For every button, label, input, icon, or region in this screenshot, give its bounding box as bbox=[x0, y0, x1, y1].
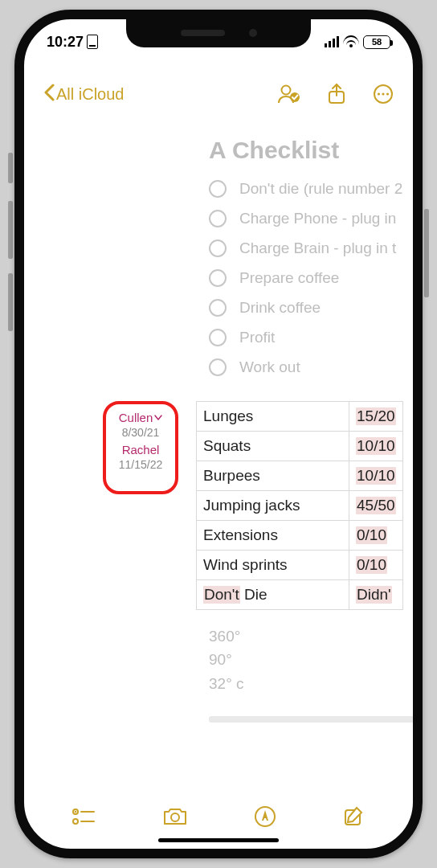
speaker bbox=[181, 30, 225, 36]
svg-point-6 bbox=[386, 92, 389, 95]
note-body[interactable]: A Checklist Don't die (rule number 2 Cha… bbox=[24, 116, 413, 792]
camera-dot bbox=[249, 29, 257, 37]
chevron-down-icon bbox=[154, 415, 162, 421]
svg-point-8 bbox=[75, 811, 76, 813]
table-row[interactable]: Lunges15/20 bbox=[197, 402, 403, 432]
checkbox-icon[interactable] bbox=[209, 240, 227, 257]
extra-lines: 360° 90° 32° c bbox=[209, 624, 410, 695]
table-row[interactable]: Wind sprints0/10 bbox=[197, 551, 403, 580]
table-row[interactable]: Don't DieDidn' bbox=[197, 580, 403, 610]
contributor-date: 8/30/21 bbox=[111, 426, 170, 440]
extra-line: 90° bbox=[209, 648, 410, 671]
table-row[interactable]: Burpees10/10 bbox=[197, 461, 403, 491]
checklist-item[interactable]: Charge Phone - plug in bbox=[209, 203, 410, 233]
exercise-name: Extensions bbox=[197, 521, 349, 551]
checklist-item[interactable]: Work out bbox=[209, 352, 410, 382]
back-label: All iCloud bbox=[56, 85, 124, 104]
clock: 10:27 bbox=[47, 34, 84, 51]
nav-bar: All iCloud bbox=[24, 76, 413, 113]
table-row[interactable]: Squats10/10 bbox=[197, 432, 403, 461]
checklist: Don't die (rule number 2 Charge Phone - … bbox=[24, 174, 410, 382]
camera-button[interactable] bbox=[162, 806, 188, 830]
checkbox-icon[interactable] bbox=[209, 358, 227, 376]
exercise-value: Didn' bbox=[356, 586, 392, 604]
home-indicator[interactable] bbox=[158, 838, 279, 842]
exercise-name: Jumping jacks bbox=[197, 491, 349, 521]
checkbox-icon[interactable] bbox=[209, 180, 227, 198]
more-icon[interactable] bbox=[373, 84, 394, 104]
extra-line: 360° bbox=[209, 624, 410, 648]
contributor[interactable]: Cullen 8/30/21 bbox=[111, 411, 170, 440]
exercise-value: 0/10 bbox=[356, 526, 387, 544]
svg-point-10 bbox=[73, 819, 78, 824]
cellular-bars-icon bbox=[325, 36, 339, 47]
checkbox-icon[interactable] bbox=[209, 269, 227, 287]
battery-icon: 58 bbox=[363, 35, 390, 49]
chevron-left-icon bbox=[43, 84, 55, 105]
svg-point-4 bbox=[378, 92, 380, 95]
exercise-value: 10/10 bbox=[356, 467, 396, 485]
attachment-placeholder[interactable] bbox=[209, 716, 413, 723]
svg-point-5 bbox=[382, 92, 384, 95]
back-button[interactable]: All iCloud bbox=[43, 84, 124, 105]
checklist-item[interactable]: Prepare coffee bbox=[209, 263, 410, 293]
compose-button[interactable] bbox=[343, 805, 366, 831]
markup-button[interactable] bbox=[254, 805, 276, 831]
checkbox-icon[interactable] bbox=[209, 329, 227, 346]
checklist-item[interactable]: Drink coffee bbox=[209, 293, 410, 322]
checklist-button[interactable] bbox=[71, 807, 96, 829]
extra-line: 32° c bbox=[209, 672, 410, 695]
exercise-name: Wind sprints bbox=[197, 551, 349, 580]
note-title: A Checklist bbox=[209, 137, 410, 164]
collaboration-icon[interactable] bbox=[276, 84, 300, 104]
svg-point-0 bbox=[282, 86, 291, 95]
svg-point-12 bbox=[171, 813, 179, 821]
exercise-name: Don't Die bbox=[197, 580, 349, 610]
contributor-name: Rachel bbox=[122, 443, 160, 458]
contributors-callout: Cullen 8/30/21 Rachel 11/15/22 bbox=[103, 401, 178, 494]
exercise-value: 10/10 bbox=[356, 437, 396, 455]
checkbox-icon[interactable] bbox=[209, 210, 227, 227]
checklist-item[interactable]: Profit bbox=[209, 322, 410, 352]
exercise-table[interactable]: Lunges15/20 Squats10/10 Burpees10/10 Jum… bbox=[196, 401, 403, 610]
checklist-item[interactable]: Don't die (rule number 2 bbox=[209, 174, 410, 203]
contributor[interactable]: Rachel 11/15/22 bbox=[111, 443, 170, 472]
exercise-value: 15/20 bbox=[356, 407, 396, 425]
contributor-name: Cullen bbox=[119, 411, 153, 426]
exercise-name: Squats bbox=[197, 432, 349, 461]
exercise-value: 45/50 bbox=[356, 497, 396, 514]
sim-card-icon bbox=[87, 35, 98, 49]
contributor-date: 11/15/22 bbox=[111, 458, 170, 473]
notch bbox=[126, 18, 311, 47]
exercise-name: Burpees bbox=[197, 461, 349, 491]
exercise-value: 0/10 bbox=[356, 556, 387, 574]
table-row[interactable]: Extensions0/10 bbox=[197, 521, 403, 551]
checkbox-icon[interactable] bbox=[209, 299, 227, 317]
wifi-icon bbox=[344, 35, 358, 49]
table-row[interactable]: Jumping jacks45/50 bbox=[197, 491, 403, 521]
checklist-item[interactable]: Charge Brain - plug in t bbox=[209, 233, 410, 263]
exercise-name: Lunges bbox=[197, 402, 349, 432]
share-icon[interactable] bbox=[328, 83, 345, 105]
